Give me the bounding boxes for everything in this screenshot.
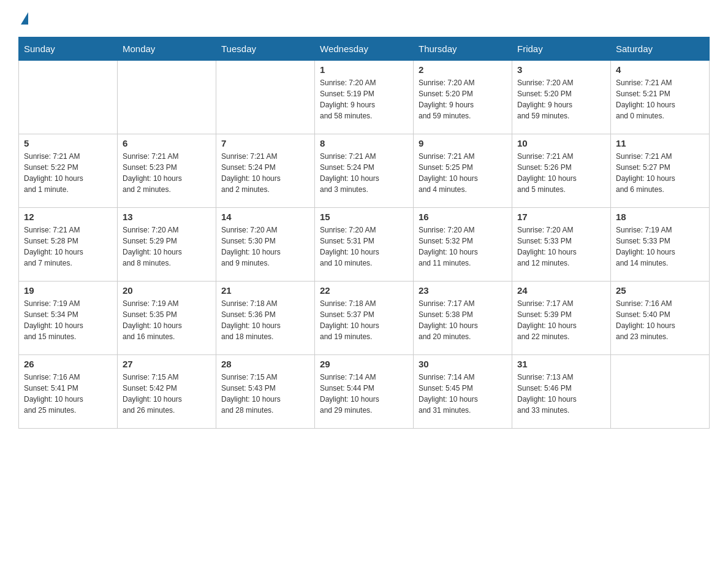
day-number: 30 <box>419 359 507 369</box>
calendar-cell: 3Sunrise: 7:20 AMSunset: 5:20 PMDaylight… <box>512 61 611 134</box>
day-info: Sunrise: 7:21 AMSunset: 5:21 PMDaylight:… <box>616 77 704 121</box>
calendar-body: 1Sunrise: 7:20 AMSunset: 5:19 PMDaylight… <box>19 61 710 429</box>
day-info: Sunrise: 7:16 AMSunset: 5:41 PMDaylight:… <box>24 372 112 416</box>
day-number: 23 <box>419 285 507 296</box>
day-info: Sunrise: 7:19 AMSunset: 5:34 PMDaylight:… <box>24 298 112 342</box>
weekday-header-monday: Monday <box>118 37 216 61</box>
week-row-1: 1Sunrise: 7:20 AMSunset: 5:19 PMDaylight… <box>19 61 710 134</box>
day-number: 16 <box>419 212 507 222</box>
week-row-2: 5Sunrise: 7:21 AMSunset: 5:22 PMDaylight… <box>19 134 710 208</box>
calendar-cell: 14Sunrise: 7:20 AMSunset: 5:30 PMDayligh… <box>216 208 315 282</box>
calendar-cell: 25Sunrise: 7:16 AMSunset: 5:40 PMDayligh… <box>611 282 710 355</box>
calendar-cell: 5Sunrise: 7:21 AMSunset: 5:22 PMDaylight… <box>19 134 118 208</box>
calendar-cell: 15Sunrise: 7:20 AMSunset: 5:31 PMDayligh… <box>315 208 414 282</box>
day-info: Sunrise: 7:15 AMSunset: 5:43 PMDaylight:… <box>221 372 309 416</box>
day-info: Sunrise: 7:21 AMSunset: 5:28 PMDaylight:… <box>24 224 112 269</box>
day-number: 27 <box>123 359 211 369</box>
day-info: Sunrise: 7:14 AMSunset: 5:44 PMDaylight:… <box>320 372 408 416</box>
day-number: 31 <box>517 359 605 369</box>
day-number: 8 <box>320 138 408 148</box>
calendar-cell: 21Sunrise: 7:18 AMSunset: 5:36 PMDayligh… <box>216 282 315 355</box>
calendar-cell: 29Sunrise: 7:14 AMSunset: 5:44 PMDayligh… <box>315 355 414 429</box>
weekday-row: SundayMondayTuesdayWednesdayThursdayFrid… <box>19 37 710 61</box>
day-info: Sunrise: 7:18 AMSunset: 5:36 PMDaylight:… <box>221 298 309 342</box>
calendar-cell: 26Sunrise: 7:16 AMSunset: 5:41 PMDayligh… <box>19 355 118 429</box>
day-number: 14 <box>221 212 309 222</box>
calendar-cell: 23Sunrise: 7:17 AMSunset: 5:38 PMDayligh… <box>414 282 512 355</box>
calendar-cell <box>611 355 710 429</box>
calendar-cell: 8Sunrise: 7:21 AMSunset: 5:24 PMDaylight… <box>315 134 414 208</box>
day-info: Sunrise: 7:19 AMSunset: 5:35 PMDaylight:… <box>123 298 211 342</box>
day-info: Sunrise: 7:15 AMSunset: 5:42 PMDaylight:… <box>123 372 211 416</box>
calendar-cell: 12Sunrise: 7:21 AMSunset: 5:28 PMDayligh… <box>19 208 118 282</box>
day-number: 10 <box>517 138 605 148</box>
weekday-header-friday: Friday <box>512 37 611 61</box>
calendar-cell: 6Sunrise: 7:21 AMSunset: 5:23 PMDaylight… <box>118 134 216 208</box>
calendar-cell: 9Sunrise: 7:21 AMSunset: 5:25 PMDaylight… <box>414 134 512 208</box>
day-info: Sunrise: 7:20 AMSunset: 5:29 PMDaylight:… <box>123 224 211 269</box>
day-info: Sunrise: 7:17 AMSunset: 5:38 PMDaylight:… <box>419 298 507 342</box>
day-info: Sunrise: 7:14 AMSunset: 5:45 PMDaylight:… <box>419 372 507 416</box>
day-info: Sunrise: 7:20 AMSunset: 5:33 PMDaylight:… <box>517 224 605 269</box>
calendar-cell: 24Sunrise: 7:17 AMSunset: 5:39 PMDayligh… <box>512 282 611 355</box>
day-number: 18 <box>616 212 704 222</box>
day-info: Sunrise: 7:19 AMSunset: 5:33 PMDaylight:… <box>616 224 704 269</box>
day-info: Sunrise: 7:21 AMSunset: 5:22 PMDaylight:… <box>24 151 112 195</box>
calendar-cell: 31Sunrise: 7:13 AMSunset: 5:46 PMDayligh… <box>512 355 611 429</box>
day-number: 5 <box>24 138 112 148</box>
weekday-header-thursday: Thursday <box>414 37 512 61</box>
day-number: 17 <box>517 212 605 222</box>
day-number: 9 <box>419 138 507 148</box>
calendar-cell: 7Sunrise: 7:21 AMSunset: 5:24 PMDaylight… <box>216 134 315 208</box>
day-number: 25 <box>616 285 704 296</box>
day-number: 24 <box>517 285 605 296</box>
calendar-cell: 30Sunrise: 7:14 AMSunset: 5:45 PMDayligh… <box>414 355 512 429</box>
day-number: 21 <box>221 285 309 296</box>
day-number: 2 <box>419 64 507 75</box>
day-info: Sunrise: 7:18 AMSunset: 5:37 PMDaylight:… <box>320 298 408 342</box>
day-info: Sunrise: 7:20 AMSunset: 5:32 PMDaylight:… <box>419 224 507 269</box>
logo-triangle-icon <box>21 12 28 25</box>
calendar-cell: 11Sunrise: 7:21 AMSunset: 5:27 PMDayligh… <box>611 134 710 208</box>
calendar-cell: 27Sunrise: 7:15 AMSunset: 5:42 PMDayligh… <box>118 355 216 429</box>
calendar-cell: 17Sunrise: 7:20 AMSunset: 5:33 PMDayligh… <box>512 208 611 282</box>
calendar-cell: 2Sunrise: 7:20 AMSunset: 5:20 PMDaylight… <box>414 61 512 134</box>
calendar-cell: 4Sunrise: 7:21 AMSunset: 5:21 PMDaylight… <box>611 61 710 134</box>
day-info: Sunrise: 7:21 AMSunset: 5:23 PMDaylight:… <box>123 151 211 195</box>
calendar-cell <box>216 61 315 134</box>
day-number: 13 <box>123 212 211 222</box>
calendar-cell: 20Sunrise: 7:19 AMSunset: 5:35 PMDayligh… <box>118 282 216 355</box>
day-info: Sunrise: 7:21 AMSunset: 5:26 PMDaylight:… <box>517 151 605 195</box>
week-row-5: 26Sunrise: 7:16 AMSunset: 5:41 PMDayligh… <box>19 355 710 429</box>
page-header <box>18 12 710 26</box>
weekday-header-wednesday: Wednesday <box>315 37 414 61</box>
day-number: 20 <box>123 285 211 296</box>
day-info: Sunrise: 7:20 AMSunset: 5:31 PMDaylight:… <box>320 224 408 269</box>
day-number: 12 <box>24 212 112 222</box>
day-number: 4 <box>616 64 704 75</box>
calendar-cell: 16Sunrise: 7:20 AMSunset: 5:32 PMDayligh… <box>414 208 512 282</box>
day-info: Sunrise: 7:20 AMSunset: 5:20 PMDaylight:… <box>419 77 507 121</box>
day-info: Sunrise: 7:20 AMSunset: 5:20 PMDaylight:… <box>517 77 605 121</box>
day-number: 1 <box>320 64 408 75</box>
calendar-cell: 28Sunrise: 7:15 AMSunset: 5:43 PMDayligh… <box>216 355 315 429</box>
weekday-header-tuesday: Tuesday <box>216 37 315 61</box>
day-info: Sunrise: 7:20 AMSunset: 5:19 PMDaylight:… <box>320 77 408 121</box>
weekday-header-sunday: Sunday <box>19 37 118 61</box>
calendar-cell <box>118 61 216 134</box>
day-number: 29 <box>320 359 408 369</box>
day-number: 22 <box>320 285 408 296</box>
day-info: Sunrise: 7:20 AMSunset: 5:30 PMDaylight:… <box>221 224 309 269</box>
calendar-table: SundayMondayTuesdayWednesdayThursdayFrid… <box>18 37 710 429</box>
day-info: Sunrise: 7:13 AMSunset: 5:46 PMDaylight:… <box>517 372 605 416</box>
calendar-cell <box>19 61 118 134</box>
week-row-3: 12Sunrise: 7:21 AMSunset: 5:28 PMDayligh… <box>19 208 710 282</box>
day-number: 26 <box>24 359 112 369</box>
day-number: 6 <box>123 138 211 148</box>
day-number: 11 <box>616 138 704 148</box>
weekday-header-saturday: Saturday <box>611 37 710 61</box>
calendar-cell: 19Sunrise: 7:19 AMSunset: 5:34 PMDayligh… <box>19 282 118 355</box>
calendar-cell: 13Sunrise: 7:20 AMSunset: 5:29 PMDayligh… <box>118 208 216 282</box>
day-info: Sunrise: 7:21 AMSunset: 5:24 PMDaylight:… <box>320 151 408 195</box>
logo <box>18 12 28 26</box>
